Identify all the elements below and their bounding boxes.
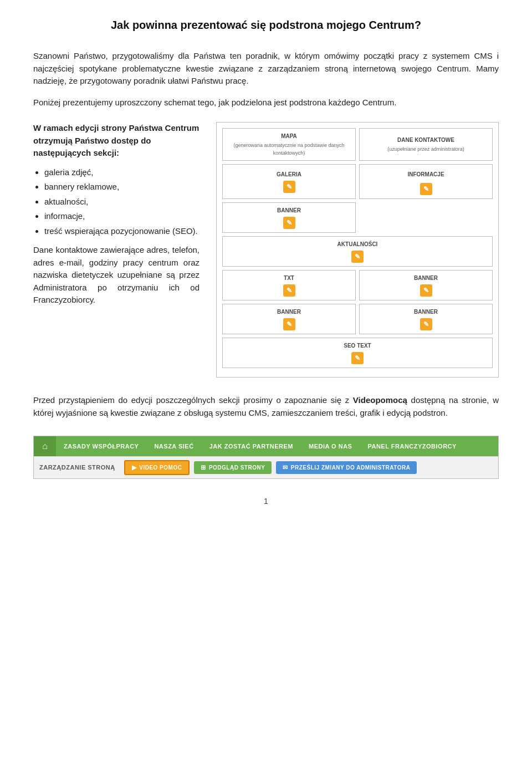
edit-galeria-btn[interactable]: [283, 181, 295, 193]
cell-label-banner-right2: BANNER: [414, 308, 438, 316]
nav-item-nasza-siec[interactable]: NASZA SIEĆ: [146, 436, 201, 456]
cell-label-seo-text: SEO TEXT: [344, 341, 371, 350]
nav-bottom-label: ZARZĄDZANIE STRONĄ: [39, 463, 115, 472]
przeslij-label: PRZEŚLIJ ZMIANY DO ADMINISTRATORA: [291, 465, 411, 471]
nav-item-jak-zostac[interactable]: JAK ZOSTAĆ PARTNEREM: [202, 436, 301, 456]
right-column: MAPA (generowana automatycznie na podsta…: [216, 122, 499, 378]
cell-label-banner1: BANNER: [277, 206, 301, 215]
nav-top-bar: ⌂ ZASADY WSPÓŁPRACY NASZA SIEĆ JAK ZOSTA…: [34, 436, 498, 456]
cell-label-galeria: GALERIA: [277, 170, 301, 179]
diagram-cell-galeria: GALERIA: [222, 164, 356, 199]
features-list: galeria zdjęć, bannery reklamowe, aktual…: [44, 166, 200, 238]
cell-label-aktualnosci: AKTUALNOŚCI: [337, 240, 378, 248]
edit-seo-text-btn[interactable]: [351, 352, 364, 364]
list-item: informacje,: [44, 210, 200, 223]
videopomoca-link: Videopomocą: [353, 395, 407, 405]
diagram-row-6: BANNER BANNER: [222, 304, 493, 334]
video-pomoc-label: VIDEO POMOC: [139, 465, 182, 471]
diagram-cell-informacje: INFORMACJE: [359, 164, 493, 199]
list-item: bannery reklamowe,: [44, 181, 200, 193]
diagram-cell-seo-text: SEO TEXT: [222, 338, 493, 368]
list-item: aktualności,: [44, 196, 200, 208]
edit-banner1-btn[interactable]: [283, 217, 295, 229]
diagram-row-2: GALERIA INFORMACJE: [222, 164, 493, 199]
diagram-cell-banner-left2: BANNER: [222, 304, 356, 334]
nav-item-panel[interactable]: PANEL FRANCZYZOBIORCY: [360, 436, 464, 456]
bottom-text-1: Przed przystąpieniem do edycji poszczegó…: [33, 395, 353, 405]
video-icon: ▶: [132, 464, 137, 471]
nav-screenshot: ⌂ ZASADY WSPÓŁPRACY NASZA SIEĆ JAK ZOSTA…: [33, 436, 499, 479]
edit-informacje-btn[interactable]: [420, 183, 432, 195]
diagram-cell-banner-right: BANNER: [359, 270, 493, 300]
diagram-row-3: BANNER: [222, 202, 493, 233]
list-item: treść wspierająca pozycjonowanie (SEO).: [44, 225, 200, 238]
edit-banner-left2-btn[interactable]: [283, 318, 295, 330]
podglad-label: PODGLĄD STRONY: [209, 465, 265, 471]
nav-item-zasady[interactable]: ZASADY WSPÓŁPRACY: [56, 436, 146, 456]
przeslij-icon: ✉: [283, 464, 288, 471]
contact-note: Dane kontaktowe zawierające adres, telef…: [33, 244, 200, 307]
intro-paragraph: Szanowni Państwo, przygotowaliśmy dla Pa…: [33, 50, 499, 88]
podglad-strony-button[interactable]: ⊞ PODGLĄD STRONY: [194, 461, 272, 474]
edit-banner-right2-btn[interactable]: [420, 318, 432, 330]
left-column: W ramach edycji strony Państwa Centrum o…: [33, 122, 200, 307]
diagram-row-1: MAPA (generowana automatycznie na podsta…: [222, 128, 493, 161]
nav-items-container: ZASADY WSPÓŁPRACY NASZA SIEĆ JAK ZOSTAĆ …: [56, 436, 464, 456]
nav-bottom-bar: ZARZĄDZANIE STRONĄ ▶ VIDEO POMOC ⊞ PODGL…: [34, 456, 498, 478]
page-number: 1: [33, 496, 499, 507]
diagram-cell-spacer: [359, 202, 493, 233]
nav-item-media[interactable]: MEDIA O NAS: [301, 436, 360, 456]
przeslij-zmiany-button[interactable]: ✉ PRZEŚLIJ ZMIANY DO ADMINISTRATORA: [276, 461, 417, 474]
diagram-cell-dane-kontaktowe: DANE KONTAKTOWE (uzupełniane przez admin…: [359, 128, 493, 161]
cell-label-banner-right: BANNER: [414, 274, 438, 282]
video-pomoc-button[interactable]: ▶ VIDEO POMOC: [124, 460, 190, 475]
edit-txt-btn[interactable]: [283, 284, 295, 297]
diagram-cell-txt: TXT: [222, 270, 356, 300]
page-structure-diagram: MAPA (generowana automatycznie na podsta…: [216, 122, 499, 378]
home-icon[interactable]: ⌂: [34, 436, 56, 456]
diagram-cell-mapa: MAPA (generowana automatycznie na podsta…: [222, 128, 356, 161]
cell-label-informacje: INFORMACJE: [407, 170, 444, 179]
main-content-section: W ramach edycji strony Państwa Centrum o…: [33, 122, 499, 378]
edit-aktualnosci-btn[interactable]: [351, 251, 364, 263]
cell-label-banner-left2: BANNER: [277, 308, 301, 316]
list-item: galeria zdjęć,: [44, 166, 200, 179]
diagram-row-4: AKTUALNOŚCI: [222, 236, 493, 267]
diagram-row-5: TXT BANNER: [222, 270, 493, 300]
diagram-row-7: SEO TEXT: [222, 338, 493, 368]
podglad-icon: ⊞: [201, 464, 206, 471]
cell-label-dane: DANE KONTAKTOWE: [397, 136, 454, 144]
cell-label-mapa: MAPA: [281, 132, 297, 140]
diagram-cell-aktualnosci: AKTUALNOŚCI: [222, 236, 493, 267]
section-description: Poniżej prezentujemy uproszczony schemat…: [33, 96, 499, 109]
page-title: Jak powinna prezentować się podstrona mo…: [33, 17, 499, 33]
bottom-paragraph: Przed przystąpieniem do edycji poszczegó…: [33, 394, 499, 419]
edit-banner-right-btn[interactable]: [420, 284, 432, 297]
cell-label-txt: TXT: [284, 274, 294, 282]
cell-sub-dane: (uzupełniane przez administratora): [387, 146, 464, 154]
diagram-cell-banner-1: BANNER: [222, 202, 356, 233]
diagram-cell-banner-right2: BANNER: [359, 304, 493, 334]
section-heading: W ramach edycji strony Państwa Centrum o…: [33, 122, 200, 160]
cell-sub-mapa: (generowana automatycznie na podstawie d…: [227, 142, 351, 157]
